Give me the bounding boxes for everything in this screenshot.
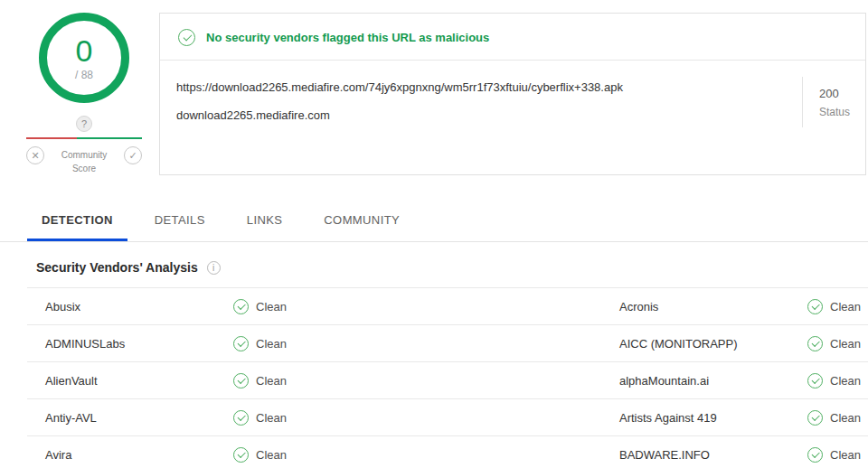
vendor-result: Clean	[807, 299, 868, 314]
question-badge[interactable]: ?	[76, 116, 92, 132]
clean-check-icon	[807, 373, 823, 388]
report-header: 0 / 88 ? ✕ Community Score ✓ No security…	[0, 0, 868, 175]
vendor-name: Artists Against 419	[619, 411, 807, 425]
analysis-title: Security Vendors' Analysis	[36, 260, 198, 275]
detection-score-widget: 0 / 88 ? ✕ Community Score ✓	[25, 13, 143, 175]
result-label: Clean	[256, 300, 287, 314]
result-label: Clean	[256, 448, 287, 462]
flag-message: No security vendors flagged this URL as …	[206, 31, 489, 44]
vendor-result: Clean	[807, 336, 868, 351]
vendor-name: ADMINUSLabs	[27, 337, 233, 351]
vendor-result: Clean	[233, 373, 619, 388]
vendor-result: Clean	[807, 447, 868, 463]
clean-check-icon	[178, 29, 195, 46]
table-row: Abusix Clean Acronis Clean	[27, 288, 868, 325]
vendor-result: Clean	[233, 410, 619, 426]
result-label: Clean	[830, 300, 861, 314]
flag-status-row: No security vendors flagged this URL as …	[160, 14, 865, 61]
tab-detection[interactable]: DETECTION	[27, 202, 127, 241]
clean-check-icon	[233, 447, 249, 463]
result-label: Clean	[830, 374, 861, 388]
community-score-label: Community Score	[61, 148, 108, 175]
table-row: ADMINUSLabs Clean AICC (MONITORAPP) Clea…	[27, 325, 868, 362]
vendor-analysis-table: Abusix Clean Acronis Clean ADMINUSLabs C…	[27, 287, 868, 468]
table-row: AlienVault Clean alphaMountain.ai Clean	[27, 362, 868, 399]
vendor-result: Clean	[807, 410, 868, 426]
scanned-url[interactable]: https://download2265.mediafire.com/74jy6…	[176, 80, 784, 94]
community-score-bar	[26, 137, 142, 139]
url-texts: https://download2265.mediafire.com/74jy6…	[160, 61, 802, 144]
score-total: / 88	[75, 69, 93, 81]
result-label: Clean	[830, 448, 861, 462]
vendor-name: alphaMountain.ai	[619, 374, 807, 388]
report-tabs: DETECTION DETAILS LINKS COMMUNITY	[0, 202, 868, 242]
virustotal-url-report: 0 / 88 ? ✕ Community Score ✓ No security…	[0, 0, 868, 468]
vendor-result: Clean	[807, 373, 868, 388]
vendor-name: BADWARE.INFO	[619, 448, 807, 462]
community-vote-row: ✕ Community Score ✓	[26, 146, 142, 175]
score-value: 0	[76, 35, 93, 66]
http-status-label: Status	[819, 106, 865, 118]
vendor-result: Clean	[233, 336, 619, 351]
community-label-line2: Score	[61, 162, 108, 175]
table-row: Antiy-AVL Clean Artists Against 419 Clea…	[27, 399, 868, 436]
result-label: Clean	[256, 337, 287, 351]
clean-check-icon	[807, 410, 823, 426]
clean-check-icon	[807, 299, 823, 314]
http-status-code: 200	[819, 87, 865, 100]
tab-details[interactable]: DETAILS	[140, 202, 220, 241]
clean-check-icon	[807, 336, 823, 351]
vendor-name: Antiy-AVL	[27, 411, 233, 425]
vendor-name: Abusix	[27, 300, 233, 314]
result-label: Clean	[830, 411, 861, 425]
clean-check-icon	[807, 447, 823, 463]
info-icon[interactable]: i	[207, 261, 221, 275]
vote-up-icon[interactable]: ✓	[124, 146, 142, 164]
vendor-name: Acronis	[619, 300, 807, 314]
vendor-result: Clean	[233, 299, 619, 314]
analysis-header: Security Vendors' Analysis i	[0, 242, 868, 287]
vote-down-icon[interactable]: ✕	[26, 146, 44, 164]
scanned-domain[interactable]: download2265.mediafire.com	[176, 108, 784, 122]
community-label-line1: Community	[61, 148, 108, 162]
clean-check-icon	[233, 336, 249, 351]
vendor-name: Avira	[27, 448, 233, 462]
result-label: Clean	[256, 411, 287, 425]
result-label: Clean	[830, 337, 861, 351]
bar-negative-segment	[26, 137, 77, 139]
http-status-box: 200 Status	[802, 77, 865, 127]
vendor-result: Clean	[233, 447, 619, 463]
clean-check-icon	[233, 373, 249, 388]
vendor-name: AICC (MONITORAPP)	[619, 337, 807, 351]
table-row: Avira Clean BADWARE.INFO Clean	[27, 436, 868, 468]
tab-links[interactable]: LINKS	[232, 202, 297, 241]
bar-positive-segment	[77, 137, 142, 139]
summary-card: No security vendors flagged this URL as …	[159, 13, 866, 175]
clean-check-icon	[233, 410, 249, 426]
score-donut: 0 / 88	[39, 13, 129, 103]
tab-community[interactable]: COMMUNITY	[309, 202, 414, 241]
url-block: https://download2265.mediafire.com/74jy6…	[160, 61, 865, 144]
vendor-name: AlienVault	[27, 374, 233, 388]
clean-check-icon	[233, 299, 249, 314]
result-label: Clean	[256, 374, 287, 388]
